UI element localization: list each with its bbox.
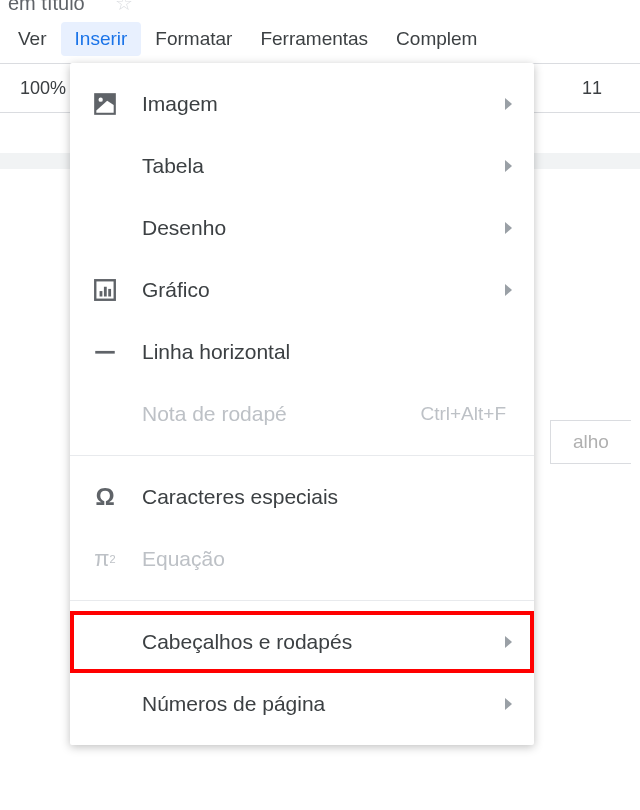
menu-item-label: Gráfico [142,278,495,302]
page-numbers-icon [92,691,118,717]
menu-ver[interactable]: Ver [4,22,61,56]
menu-item-label: Desenho [142,216,495,240]
footnote-icon [92,401,118,427]
menu-formatar[interactable]: Formatar [141,22,246,56]
chevron-right-icon [505,284,512,296]
menu-item-label: Tabela [142,154,495,178]
chevron-right-icon [505,636,512,648]
menu-item-caracteres-especiais[interactable]: Ω Caracteres especiais [70,466,534,528]
svg-point-1 [99,98,103,102]
table-icon [92,153,118,179]
svg-rect-6 [108,289,111,297]
menu-item-label: Imagem [142,92,495,116]
menubar: Ver Inserir Formatar Ferramentas Complem [0,15,640,63]
menu-separator [70,455,534,456]
menu-item-tabela[interactable]: Tabela [70,135,534,197]
menu-item-equacao: π2 Equação [70,528,534,590]
menu-inserir[interactable]: Inserir [61,22,142,56]
menu-ferramentas[interactable]: Ferramentas [246,22,382,56]
image-icon [92,91,118,117]
svg-rect-7 [95,351,115,354]
menu-item-label: Números de página [142,692,495,716]
omega-icon: Ω [92,484,118,510]
chart-icon [92,277,118,303]
font-size[interactable]: 11 [550,78,634,99]
header-footer-icon [92,629,118,655]
doc-title-fragment[interactable]: em título [8,0,85,15]
chevron-right-icon [505,222,512,234]
hr-icon [92,339,118,365]
menu-item-nota-rodape: Nota de rodapé Ctrl+Alt+F [70,383,534,445]
menu-item-label: Linha horizontal [142,340,512,364]
svg-rect-4 [100,291,103,296]
menu-item-grafico[interactable]: Gráfico [70,259,534,321]
pi-icon: π2 [92,546,118,572]
zoom-level[interactable]: 100% [6,78,80,99]
svg-rect-5 [104,287,107,297]
menu-item-label: Cabeçalhos e rodapés [142,630,495,654]
menu-item-desenho[interactable]: Desenho [70,197,534,259]
menu-item-shortcut: Ctrl+Alt+F [420,403,506,425]
drawing-icon [92,215,118,241]
chevron-right-icon [505,98,512,110]
menu-item-label: Equação [142,547,512,571]
menu-complementos[interactable]: Complem [382,22,491,56]
menu-separator [70,600,534,601]
menu-item-linha-horizontal[interactable]: Linha horizontal [70,321,534,383]
chevron-right-icon [505,698,512,710]
page-header-hint[interactable]: alho [550,420,631,464]
menu-item-imagem[interactable]: Imagem [70,73,534,135]
menu-item-label: Caracteres especiais [142,485,512,509]
chevron-right-icon [505,160,512,172]
star-icon[interactable]: ☆ [115,0,133,15]
menu-item-numeros-pagina[interactable]: Números de página [70,673,534,735]
menu-item-cabecalhos-rodapes[interactable]: Cabeçalhos e rodapés [70,611,534,673]
insert-dropdown: Imagem Tabela Desenho Gráfico Linha hori… [70,63,534,745]
menu-item-label: Nota de rodapé [142,402,420,426]
